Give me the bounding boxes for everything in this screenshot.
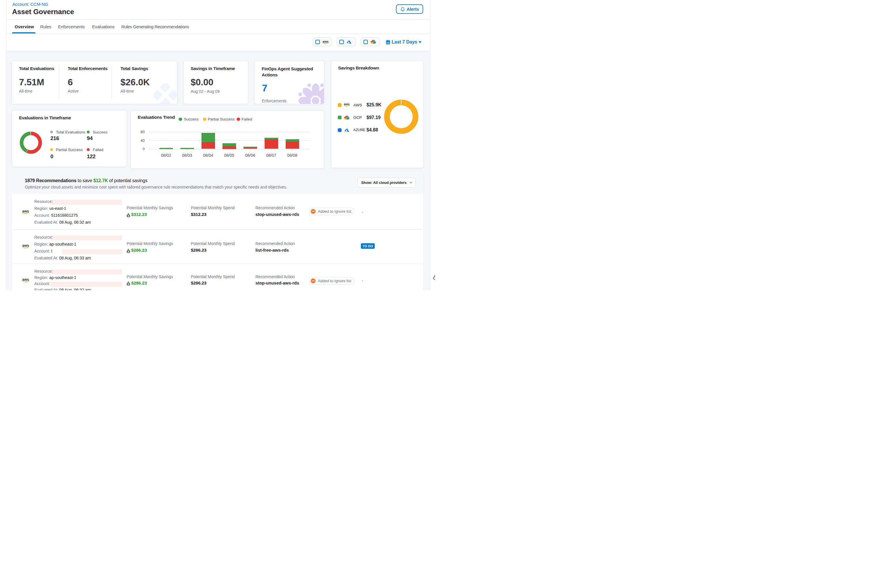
svg-text:$: $ bbox=[128, 214, 129, 218]
svg-text:$: $ bbox=[128, 283, 129, 286]
svg-text:$: $ bbox=[128, 250, 129, 253]
